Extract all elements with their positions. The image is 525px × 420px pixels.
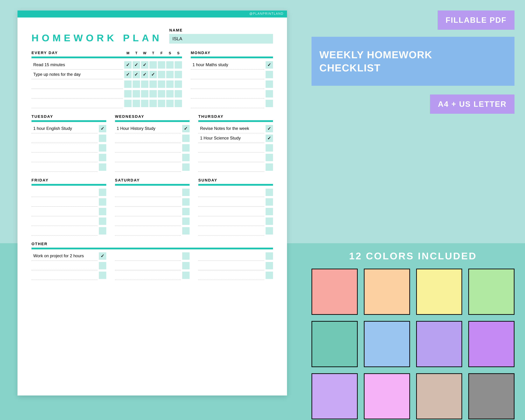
checkbox[interactable] bbox=[99, 163, 106, 171]
task-text[interactable]: Read 15 minutes bbox=[31, 60, 123, 70]
checkbox[interactable]: ✓ bbox=[133, 61, 140, 69]
checkbox[interactable]: ✓ bbox=[182, 125, 189, 132]
task-text[interactable] bbox=[31, 133, 97, 143]
checkbox[interactable] bbox=[150, 90, 157, 97]
checkbox[interactable] bbox=[182, 217, 189, 225]
task-text[interactable] bbox=[31, 162, 97, 172]
task-text[interactable] bbox=[198, 226, 264, 235]
task-text[interactable] bbox=[31, 79, 123, 89]
checkbox[interactable] bbox=[266, 217, 273, 225]
checkbox[interactable] bbox=[158, 71, 165, 78]
checkbox[interactable] bbox=[266, 252, 273, 260]
task-text[interactable]: 1 Hour Science Study bbox=[198, 133, 264, 143]
checkbox[interactable] bbox=[266, 100, 273, 107]
task-text[interactable] bbox=[31, 216, 97, 226]
checkbox[interactable] bbox=[133, 100, 140, 107]
task-text[interactable] bbox=[115, 133, 181, 143]
checkbox[interactable]: ✓ bbox=[99, 252, 106, 260]
checkbox[interactable] bbox=[266, 272, 273, 279]
task-text[interactable] bbox=[115, 261, 181, 270]
checkbox[interactable] bbox=[266, 189, 273, 196]
checkbox[interactable] bbox=[182, 154, 189, 161]
checkbox[interactable] bbox=[182, 252, 189, 260]
checkbox[interactable] bbox=[166, 81, 174, 88]
checkbox[interactable]: ✓ bbox=[150, 71, 157, 78]
checkbox[interactable] bbox=[175, 90, 182, 97]
task-text[interactable] bbox=[191, 79, 264, 89]
checkbox[interactable] bbox=[175, 100, 182, 107]
task-text[interactable] bbox=[115, 153, 181, 162]
task-text[interactable] bbox=[198, 197, 264, 207]
task-text[interactable] bbox=[198, 153, 264, 162]
task-text[interactable] bbox=[198, 143, 264, 153]
name-field[interactable]: ISLA bbox=[169, 34, 273, 44]
checkbox[interactable]: ✓ bbox=[124, 71, 131, 78]
checkbox[interactable]: ✓ bbox=[141, 61, 148, 69]
checkbox[interactable] bbox=[99, 227, 106, 234]
task-text[interactable] bbox=[31, 187, 97, 197]
task-text[interactable] bbox=[198, 216, 264, 226]
checkbox[interactable] bbox=[166, 61, 174, 69]
task-text[interactable] bbox=[191, 70, 264, 79]
checkbox[interactable] bbox=[266, 208, 273, 215]
checkbox[interactable] bbox=[133, 90, 140, 97]
checkbox[interactable]: ✓ bbox=[99, 125, 106, 132]
task-text[interactable]: Revise Notes for the week bbox=[198, 124, 264, 133]
checkbox[interactable] bbox=[150, 61, 157, 69]
checkbox[interactable] bbox=[158, 81, 165, 88]
checkbox[interactable] bbox=[141, 81, 148, 88]
checkbox[interactable] bbox=[175, 61, 182, 69]
checkbox[interactable] bbox=[133, 81, 140, 88]
task-text[interactable]: Type up notes for the day bbox=[31, 70, 123, 79]
task-text[interactable] bbox=[115, 270, 181, 280]
task-text[interactable] bbox=[115, 226, 181, 235]
checkbox[interactable] bbox=[182, 272, 189, 279]
task-text[interactable] bbox=[31, 207, 97, 216]
checkbox[interactable] bbox=[99, 135, 106, 142]
checkbox[interactable] bbox=[182, 227, 189, 234]
task-text[interactable] bbox=[198, 251, 264, 261]
checkbox[interactable]: ✓ bbox=[124, 61, 131, 69]
checkbox[interactable] bbox=[182, 135, 189, 142]
checkbox[interactable] bbox=[175, 81, 182, 88]
task-text[interactable] bbox=[198, 270, 264, 280]
task-text[interactable]: 1 Hour History Study bbox=[115, 124, 181, 133]
checkbox[interactable] bbox=[124, 81, 131, 88]
task-text[interactable] bbox=[191, 89, 264, 99]
task-text[interactable] bbox=[191, 99, 264, 108]
checkbox[interactable] bbox=[266, 227, 273, 234]
checkbox[interactable] bbox=[266, 198, 273, 206]
checkbox[interactable] bbox=[99, 189, 106, 196]
checkbox[interactable] bbox=[266, 262, 273, 269]
task-text[interactable] bbox=[198, 207, 264, 216]
task-text[interactable] bbox=[115, 207, 181, 216]
task-text[interactable] bbox=[198, 162, 264, 172]
task-text[interactable]: Work on project for 2 hours bbox=[31, 251, 97, 261]
task-text[interactable] bbox=[198, 261, 264, 270]
task-text[interactable]: 1 hour English Study bbox=[31, 124, 97, 133]
checkbox[interactable] bbox=[124, 100, 131, 107]
task-text[interactable] bbox=[31, 226, 97, 235]
task-text[interactable] bbox=[31, 270, 97, 280]
task-text[interactable]: 1 hour Maths study bbox=[191, 60, 264, 70]
task-text[interactable] bbox=[115, 187, 181, 197]
checkbox[interactable] bbox=[175, 71, 182, 78]
checkbox[interactable] bbox=[158, 100, 165, 107]
task-text[interactable] bbox=[31, 89, 123, 99]
checkbox[interactable]: ✓ bbox=[266, 125, 273, 132]
checkbox[interactable] bbox=[182, 189, 189, 196]
checkbox[interactable] bbox=[150, 81, 157, 88]
checkbox[interactable] bbox=[99, 208, 106, 215]
checkbox[interactable] bbox=[99, 262, 106, 269]
checkbox[interactable] bbox=[266, 163, 273, 171]
checkbox[interactable] bbox=[266, 71, 273, 78]
checkbox[interactable] bbox=[99, 272, 106, 279]
task-text[interactable] bbox=[31, 143, 97, 153]
task-text[interactable] bbox=[115, 197, 181, 207]
checkbox[interactable]: ✓ bbox=[266, 135, 273, 142]
checkbox[interactable]: ✓ bbox=[141, 71, 148, 78]
checkbox[interactable] bbox=[182, 163, 189, 171]
checkbox[interactable] bbox=[150, 100, 157, 107]
checkbox[interactable] bbox=[266, 154, 273, 161]
task-text[interactable] bbox=[115, 162, 181, 172]
